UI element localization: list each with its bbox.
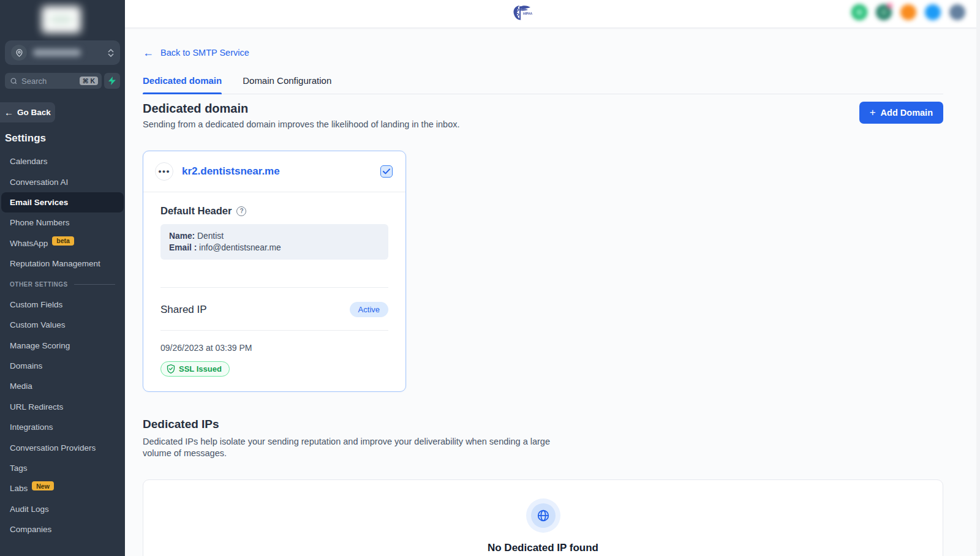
search-icon <box>10 77 18 85</box>
sidebar-item-audit-logs[interactable]: Audit Logs <box>0 499 125 519</box>
svg-text:HIPAA: HIPAA <box>523 12 533 15</box>
ssl-badge-label: SSL Issued <box>179 364 222 374</box>
default-header-title: Default Header <box>160 205 232 217</box>
location-icon <box>11 45 27 61</box>
other-settings-section: OTHER SETTINGS <box>0 274 125 294</box>
account-name <box>33 49 81 56</box>
back-to-smtp-link[interactable]: ← Back to SMTP Service <box>143 48 249 58</box>
shield-check-icon <box>167 364 175 374</box>
tab-domain-configuration[interactable]: Domain Configuration <box>243 75 331 94</box>
status-icon-orange[interactable] <box>900 4 916 20</box>
name-value: Dentist <box>197 231 224 241</box>
sidebar-item-domains[interactable]: Domains <box>0 356 125 376</box>
status-icon-blue[interactable] <box>925 4 941 20</box>
empty-state-title: No Dedicated IP found <box>488 542 598 554</box>
name-label: Name: <box>169 231 195 241</box>
sidebar-item-custom-fields[interactable]: Custom Fields <box>0 295 125 315</box>
sidebar-item-media[interactable]: Media <box>0 376 125 396</box>
lightning-icon <box>108 77 116 85</box>
chevron-up-down-icon <box>108 49 114 57</box>
quick-actions-button[interactable] <box>104 73 120 89</box>
sidebar-item-conversation-ai[interactable]: Conversation AI <box>0 171 125 192</box>
sidebar-item-integrations[interactable]: Integrations <box>0 417 125 437</box>
sidebar-item-labs[interactable]: LabsNew <box>0 478 125 498</box>
check-icon <box>383 168 390 175</box>
plus-icon: + <box>870 107 876 119</box>
sidebar-item-calendars[interactable]: Calendars <box>0 151 125 171</box>
hipaa-logo: HIPAA <box>510 4 535 26</box>
sidebar-item-manage-scoring[interactable]: Manage Scoring <box>0 336 125 356</box>
sidebar-item-conversation-providers[interactable]: Conversation Providers <box>0 437 125 457</box>
shared-ip-title: Shared IP <box>160 304 207 316</box>
globe-icon-ring <box>526 498 560 533</box>
go-back-button[interactable]: ← Go Back <box>0 102 55 122</box>
main-content: ← Back to SMTP Service Dedicated domain … <box>125 28 980 556</box>
beta-badge: beta <box>52 236 74 246</box>
sidebar-item-tags[interactable]: Tags <box>0 458 125 478</box>
status-icon-green[interactable] <box>851 4 867 20</box>
tab-dedicated-domain[interactable]: Dedicated domain <box>143 75 222 94</box>
sidebar-item-custom-values[interactable]: Custom Values <box>0 315 125 335</box>
sidebar: Search ⌘ K ← Go Back Settings Calendars … <box>0 0 125 556</box>
domain-created-date: 09/26/2023 at 03:39 PM <box>160 343 388 353</box>
more-options-button[interactable]: ●●● <box>155 162 173 181</box>
help-icon[interactable]: ? <box>236 206 246 216</box>
email-label: Email : <box>169 243 197 252</box>
status-icon-gray[interactable] <box>949 4 965 20</box>
dedicated-ips-description: Dedicated IPs help isolate your sending … <box>143 436 581 459</box>
section-divider <box>74 284 115 285</box>
back-arrow-icon: ← <box>143 48 154 57</box>
settings-heading: Settings <box>5 132 46 145</box>
divider <box>160 330 388 331</box>
back-link-label: Back to SMTP Service <box>160 48 249 58</box>
search-input[interactable]: Search ⌘ K <box>5 73 102 89</box>
sidebar-item-email-services[interactable]: Email Services <box>1 192 124 212</box>
agency-logo <box>42 6 81 33</box>
default-header-values: Name: Dentist Email : info@dentistsnear.… <box>160 224 388 260</box>
status-icon-teal[interactable] <box>876 4 892 20</box>
tab-bar: Dedicated domain Domain Configuration <box>143 75 943 94</box>
sidebar-item-phone-numbers[interactable]: Phone Numbers <box>0 212 125 233</box>
back-arrow-icon: ← <box>4 107 13 118</box>
go-back-label: Go Back <box>17 108 51 117</box>
sidebar-item-companies[interactable]: Companies <box>0 519 125 539</box>
sidebar-item-whatsapp[interactable]: WhatsAppbeta <box>0 233 125 254</box>
page-title: Dedicated domain <box>143 102 460 116</box>
dedicated-ips-empty-card: No Dedicated IP found We recommend one d… <box>143 479 943 556</box>
sidebar-item-reputation-management[interactable]: Reputation Management <box>0 254 125 274</box>
dedicated-ips-title: Dedicated IPs <box>143 418 943 431</box>
search-placeholder: Search <box>21 77 47 86</box>
domain-checkbox[interactable] <box>380 165 393 178</box>
topbar: HIPAA <box>125 0 980 28</box>
add-domain-label: Add Domain <box>881 108 933 118</box>
add-domain-button[interactable]: + Add Domain <box>859 102 943 124</box>
status-badge: Active <box>350 302 388 317</box>
domain-card: ●●● kr2.dentistsnear.me Default Header ?… <box>143 151 406 392</box>
page-subtitle: Sending from a dedicated domain improves… <box>143 119 460 129</box>
account-switcher[interactable] <box>5 40 120 65</box>
email-value: info@dentistsnear.me <box>199 243 281 252</box>
sidebar-item-url-redirects[interactable]: URL Redirects <box>0 397 125 417</box>
ssl-issued-badge: SSL Issued <box>160 361 230 377</box>
domain-name-link[interactable]: kr2.dentistsnear.me <box>182 165 280 178</box>
scrollbar[interactable] <box>976 0 980 556</box>
globe-icon <box>537 509 550 522</box>
search-shortcut: ⌘ K <box>80 77 98 85</box>
new-badge: New <box>32 481 54 490</box>
settings-nav: Calendars Conversation AI Email Services… <box>0 151 125 539</box>
